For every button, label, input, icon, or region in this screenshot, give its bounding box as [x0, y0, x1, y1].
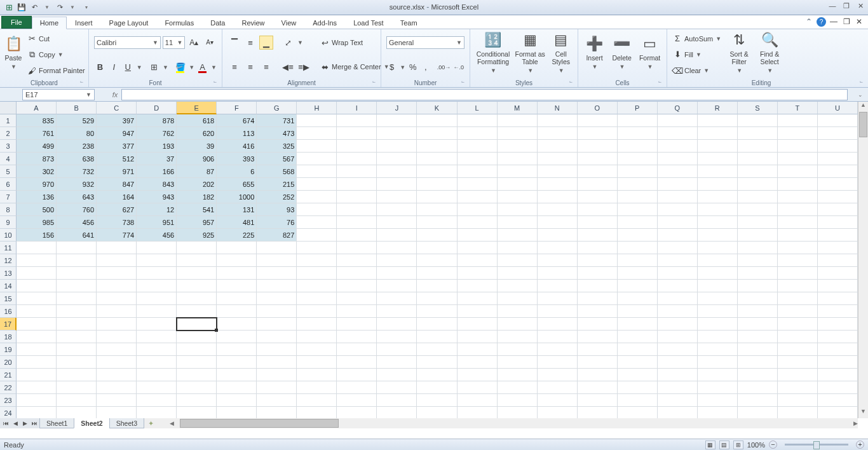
cell[interactable] [57, 267, 97, 280]
cell[interactable] [498, 343, 538, 356]
cell[interactable] [658, 407, 698, 419]
row-header[interactable]: 1 [0, 114, 17, 127]
cell[interactable] [417, 267, 457, 280]
cell[interactable] [778, 407, 818, 419]
cell[interactable] [217, 331, 257, 343]
cell[interactable] [297, 178, 337, 191]
row-header[interactable]: 23 [0, 394, 17, 407]
cell[interactable] [57, 381, 97, 394]
cell[interactable] [377, 381, 417, 394]
cell[interactable] [578, 280, 618, 292]
cell[interactable] [217, 292, 257, 305]
cell[interactable] [137, 254, 177, 267]
cell[interactable] [778, 343, 818, 356]
cell[interactable] [57, 280, 97, 292]
cell[interactable] [17, 242, 57, 254]
cell[interactable] [57, 318, 97, 331]
cell[interactable] [618, 203, 658, 216]
cell[interactable] [17, 381, 57, 394]
cell[interactable] [458, 394, 498, 407]
cell[interactable] [578, 292, 618, 305]
cell[interactable] [818, 267, 858, 280]
cell[interactable] [818, 343, 858, 356]
cell[interactable] [297, 153, 337, 165]
cell[interactable] [618, 292, 658, 305]
horizontal-scrollbar[interactable]: ◀ ▶ [170, 419, 858, 428]
cell[interactable] [618, 114, 658, 127]
cell[interactable] [377, 407, 417, 419]
cell[interactable] [97, 280, 137, 292]
cell[interactable]: 932 [57, 178, 97, 191]
cell[interactable] [337, 356, 377, 369]
tab-insert[interactable]: Insert [67, 17, 101, 29]
cell[interactable] [377, 343, 417, 356]
cell[interactable]: 113 [217, 127, 257, 140]
cell[interactable] [377, 292, 417, 305]
cell[interactable] [578, 114, 618, 127]
cell[interactable] [658, 242, 698, 254]
cell[interactable] [698, 280, 738, 292]
cell[interactable] [217, 343, 257, 356]
cell[interactable] [417, 254, 457, 267]
cell[interactable] [458, 254, 498, 267]
format-as-table-button[interactable]: ▦Format as Table▼ [515, 31, 545, 74]
cell[interactable] [417, 305, 457, 318]
cell[interactable]: 215 [257, 178, 297, 191]
cell[interactable] [698, 343, 738, 356]
cell[interactable] [658, 165, 698, 178]
normal-view-icon[interactable]: ▦ [705, 440, 715, 449]
cell[interactable] [458, 229, 498, 242]
cell[interactable] [458, 114, 498, 127]
conditional-formatting-button[interactable]: 🔢Conditional Formatting▼ [474, 31, 512, 74]
cell[interactable] [217, 407, 257, 419]
cell[interactable] [498, 267, 538, 280]
cell[interactable] [578, 331, 618, 343]
cell[interactable] [297, 242, 337, 254]
fill-color-button[interactable]: 🪣 [174, 60, 186, 74]
cell[interactable] [778, 394, 818, 407]
cell[interactable] [297, 356, 337, 369]
cell[interactable] [57, 331, 97, 343]
cell[interactable]: 541 [177, 203, 217, 216]
cell[interactable] [17, 394, 57, 407]
cell[interactable] [738, 343, 778, 356]
cell[interactable] [818, 254, 858, 267]
cell[interactable] [297, 229, 337, 242]
redo-icon[interactable]: ↷ [55, 3, 65, 13]
cell[interactable] [658, 331, 698, 343]
cell[interactable] [778, 254, 818, 267]
cell[interactable] [818, 114, 858, 127]
cell[interactable] [578, 165, 618, 178]
cell[interactable] [417, 127, 457, 140]
cell[interactable] [17, 318, 57, 331]
column-header[interactable]: E [177, 102, 217, 114]
expand-formula-bar-icon[interactable]: ⌄ [858, 92, 867, 98]
row-header[interactable]: 3 [0, 140, 17, 153]
undo-dropdown-icon[interactable]: ▼ [42, 3, 52, 13]
cell[interactable] [57, 254, 97, 267]
cell[interactable] [417, 114, 457, 127]
cell[interactable] [217, 394, 257, 407]
cell[interactable] [578, 229, 618, 242]
cell[interactable] [498, 191, 538, 203]
cell[interactable]: 620 [177, 127, 217, 140]
cell[interactable] [778, 280, 818, 292]
cell[interactable] [217, 381, 257, 394]
cell[interactable] [417, 229, 457, 242]
redo-dropdown-icon[interactable]: ▼ [67, 3, 78, 13]
row-header[interactable]: 20 [0, 356, 17, 369]
cell[interactable]: 164 [97, 191, 137, 203]
cell[interactable]: 499 [17, 140, 57, 153]
cell[interactable] [698, 191, 738, 203]
row-header[interactable]: 10 [0, 229, 17, 242]
select-all-corner[interactable] [0, 102, 17, 114]
cell[interactable] [458, 292, 498, 305]
cell[interactable]: 760 [57, 203, 97, 216]
cell[interactable] [417, 407, 457, 419]
cell[interactable] [337, 242, 377, 254]
cell[interactable] [818, 292, 858, 305]
cell[interactable] [618, 191, 658, 203]
cell[interactable] [698, 318, 738, 331]
cell[interactable] [498, 127, 538, 140]
cell[interactable] [257, 292, 297, 305]
